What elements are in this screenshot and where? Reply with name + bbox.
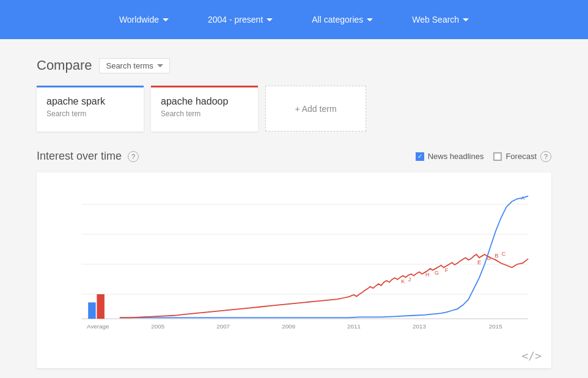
section-title-group: Interest over time ? <box>37 150 139 163</box>
search-type-dropdown[interactable]: Web Search <box>405 10 476 29</box>
news-headlines-checkbox[interactable]: ✓ <box>416 152 424 161</box>
checkmark-icon: ✓ <box>417 153 422 160</box>
add-term-label: + Add term <box>295 104 336 114</box>
date-range-arrow-icon <box>266 18 273 21</box>
svg-rect-14 <box>97 294 104 319</box>
news-headlines-label: News headlines <box>428 152 484 161</box>
term-card-spark-name: apache spark <box>46 96 134 107</box>
svg-text:2013: 2013 <box>413 323 426 330</box>
help-label: ? <box>131 153 135 160</box>
search-terms-button[interactable]: Search terms <box>99 58 169 73</box>
worldwide-label: Worldwide <box>119 15 159 24</box>
chart-svg: Average 2005 2007 2009 2011 2013 2015 K … <box>49 185 539 344</box>
svg-text:B: B <box>495 253 499 259</box>
forecast-label: Forecast <box>505 152 537 161</box>
compare-header: Compare Search terms <box>37 57 551 73</box>
embed-icon[interactable]: </> <box>521 349 542 362</box>
date-range-dropdown[interactable]: 2004 - present <box>200 10 280 29</box>
add-term-card[interactable]: + Add term <box>265 86 366 132</box>
categories-dropdown[interactable]: All categories <box>304 10 380 29</box>
search-terms-arrow-icon <box>157 64 163 67</box>
forecast-checkbox[interactable] <box>493 152 502 161</box>
svg-text:A: A <box>521 195 524 201</box>
categories-arrow-icon <box>367 18 373 21</box>
svg-text:2011: 2011 <box>347 323 361 330</box>
embed-label: </> <box>521 349 542 362</box>
term-card-hadoop-sub: Search term <box>161 109 248 118</box>
svg-text:F: F <box>445 267 449 273</box>
svg-text:Average: Average <box>87 323 109 330</box>
svg-text:2015: 2015 <box>489 323 502 330</box>
compare-title: Compare <box>37 57 92 73</box>
interest-help-icon[interactable]: ? <box>128 151 139 162</box>
svg-text:G: G <box>435 270 439 276</box>
news-headlines-option[interactable]: ✓ News headlines <box>416 152 484 161</box>
svg-text:K: K <box>401 278 405 284</box>
forecast-option[interactable]: Forecast ? <box>493 151 551 162</box>
chart-area: Average 2005 2007 2009 2011 2013 2015 K … <box>49 185 539 344</box>
categories-label: All categories <box>312 15 363 24</box>
chart-container: Average 2005 2007 2009 2011 2013 2015 K … <box>37 172 551 368</box>
svg-rect-13 <box>88 302 95 319</box>
search-type-arrow-icon <box>463 18 469 21</box>
svg-text:H: H <box>425 272 429 278</box>
main-content: Compare Search terms apache spark Search… <box>0 39 588 378</box>
worldwide-arrow-icon <box>163 18 169 21</box>
search-terms-label: Search terms <box>106 61 153 70</box>
svg-text:D: D <box>487 255 491 261</box>
terms-row: apache spark Search term apache hadoop S… <box>37 86 551 132</box>
term-card-spark[interactable]: apache spark Search term <box>37 86 144 132</box>
section-title: Interest over time <box>37 150 122 163</box>
chart-options: ✓ News headlines Forecast ? <box>416 151 551 162</box>
forecast-help-label: ? <box>544 153 548 160</box>
svg-text:J: J <box>408 276 411 283</box>
svg-text:2009: 2009 <box>282 323 295 330</box>
date-range-label: 2004 - present <box>208 15 263 24</box>
main-header: Worldwide 2004 - present All categories … <box>0 0 588 39</box>
svg-text:E: E <box>477 259 481 265</box>
svg-text:2007: 2007 <box>216 323 230 330</box>
interest-section-header: Interest over time ? ✓ News headlines Fo… <box>37 150 551 163</box>
forecast-help-icon[interactable]: ? <box>540 151 551 162</box>
term-card-spark-sub: Search term <box>46 109 134 118</box>
worldwide-dropdown[interactable]: Worldwide <box>112 10 176 29</box>
term-card-hadoop[interactable]: apache hadoop Search term <box>151 86 258 132</box>
svg-text:2005: 2005 <box>151 323 164 330</box>
search-type-label: Web Search <box>412 15 459 24</box>
term-card-hadoop-name: apache hadoop <box>161 96 248 107</box>
svg-text:C: C <box>502 251 506 257</box>
